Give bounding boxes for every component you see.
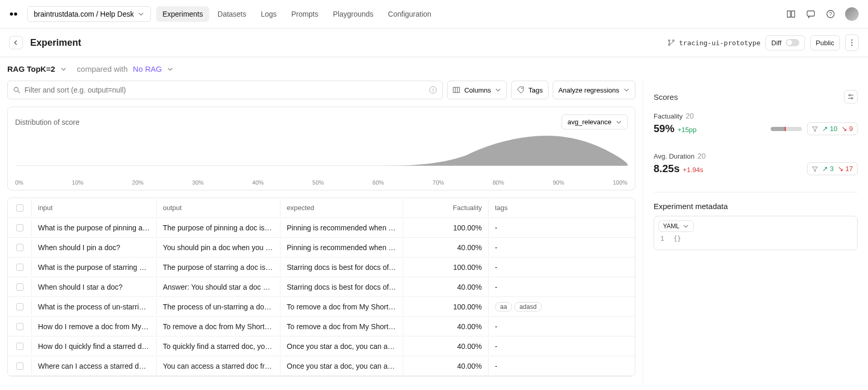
- col-input[interactable]: input: [32, 199, 157, 216]
- col-output[interactable]: output: [157, 199, 280, 216]
- cell-tags: -: [489, 318, 635, 335]
- cell-factuality: 100.00%: [403, 219, 489, 237]
- table-row[interactable]: How do I remove a doc from My …To remove…: [8, 317, 635, 336]
- cell-expected: Pinning is recommended when yo…: [280, 219, 403, 237]
- score-count: 20: [686, 112, 694, 120]
- search-input[interactable]: [24, 86, 425, 94]
- table-row[interactable]: Where can I access a starred doc?You can…: [8, 356, 635, 376]
- chevron-down-icon[interactable]: [60, 66, 67, 72]
- help-icon[interactable]: ?: [429, 86, 437, 94]
- axis-tick: 90%: [553, 179, 564, 186]
- search-icon: [13, 86, 20, 94]
- avatar[interactable]: [845, 7, 859, 21]
- cell-expected: Once you star a doc, you can acc…: [280, 357, 403, 375]
- row-checkbox[interactable]: [16, 264, 23, 271]
- cell-expected: Starring docs is best for docs of …: [280, 258, 403, 276]
- row-checkbox[interactable]: [16, 362, 23, 370]
- breadcrumb-dropdown[interactable]: braintrustdata.com / Help Desk: [27, 6, 151, 22]
- svg-point-17: [849, 95, 851, 96]
- tags-label: Tags: [528, 86, 542, 94]
- back-button[interactable]: [9, 36, 23, 49]
- svg-point-10: [851, 45, 852, 46]
- chevron-down-icon: [683, 223, 689, 229]
- row-checkbox[interactable]: [16, 244, 23, 251]
- baseline-name[interactable]: No RAG: [133, 64, 162, 73]
- breadcrumb-label: braintrustdata.com / Help Desk: [34, 10, 134, 18]
- improvements-count: ↗ 10: [822, 125, 837, 133]
- cell-expected: To remove a doc from My Shortc…: [280, 318, 403, 335]
- arrow-left-icon: [13, 40, 19, 46]
- score-filter-chip[interactable]: ↗ 3↘ 17: [807, 162, 858, 175]
- table-row[interactable]: What is the purpose of pinning a …The pu…: [8, 218, 635, 238]
- table-row[interactable]: When should I star a doc?Answer: You sho…: [8, 277, 635, 297]
- nav-tab-datasets[interactable]: Datasets: [211, 6, 252, 22]
- cell-factuality: 40.00%: [403, 318, 489, 335]
- nav-tab-playgrounds[interactable]: Playgrounds: [327, 6, 380, 22]
- score-sparkline: [771, 127, 802, 131]
- scores-settings-button[interactable]: [844, 90, 858, 103]
- score-count: 20: [698, 152, 706, 160]
- public-button[interactable]: Public: [810, 35, 840, 50]
- svg-rect-2: [807, 11, 814, 16]
- git-branch-icon: [668, 39, 675, 46]
- col-tags[interactable]: tags: [489, 199, 635, 216]
- score-value: 8.25s: [654, 163, 680, 174]
- cell-input: How do I remove a doc from My …: [32, 318, 157, 335]
- nav-tab-experiments[interactable]: Experiments: [156, 6, 209, 22]
- svg-point-9: [851, 42, 852, 43]
- tag-chip[interactable]: adasd: [514, 302, 542, 311]
- cell-input: What is the purpose of pinning a …: [32, 219, 157, 237]
- table-row[interactable]: When should I pin a doc?You should pin a…: [8, 238, 635, 257]
- row-checkbox[interactable]: [16, 224, 23, 231]
- axis-tick: 40%: [252, 179, 264, 186]
- row-checkbox[interactable]: [16, 323, 23, 330]
- cell-factuality: 40.00%: [403, 278, 489, 296]
- cell-tags: -: [489, 258, 635, 276]
- metadata-content: {}: [673, 235, 681, 242]
- chevron-down-icon[interactable]: [167, 66, 173, 72]
- score-label: Factuality: [654, 112, 683, 120]
- svg-point-15: [521, 88, 522, 89]
- row-checkbox[interactable]: [16, 303, 23, 310]
- tag-chip[interactable]: aa: [495, 302, 512, 311]
- axis-tick: 70%: [432, 179, 444, 186]
- diff-toggle[interactable]: Diff: [765, 35, 805, 50]
- axis-tick: 10%: [72, 179, 83, 186]
- svg-rect-14: [453, 87, 459, 93]
- svg-point-1: [14, 12, 17, 16]
- cell-factuality: 100.00%: [403, 258, 489, 276]
- table-row[interactable]: What is the process of un-starrin…The pr…: [8, 297, 635, 317]
- regressions-count: ↘ 9: [841, 125, 853, 133]
- score-block: Factuality2059%+15pp↗ 10↘ 9: [654, 112, 858, 142]
- chat-icon[interactable]: [806, 9, 816, 19]
- col-factuality[interactable]: Factuality: [403, 199, 489, 216]
- columns-button[interactable]: Columns: [447, 81, 507, 99]
- cell-tags: aaadasd: [489, 297, 635, 316]
- nav-tab-prompts[interactable]: Prompts: [285, 6, 325, 22]
- more-menu-button[interactable]: [845, 34, 859, 51]
- branch-label[interactable]: tracing-ui-prototype: [668, 39, 761, 47]
- help-icon[interactable]: ?: [825, 9, 836, 19]
- svg-point-0: [10, 12, 13, 16]
- select-all-checkbox[interactable]: [16, 204, 23, 212]
- axis-tick: 60%: [373, 179, 384, 186]
- row-checkbox[interactable]: [16, 343, 23, 350]
- nav-tab-logs[interactable]: Logs: [254, 6, 283, 22]
- metadata-title: Experiment metadata: [654, 202, 858, 211]
- table-row[interactable]: What is the purpose of starring a…The pu…: [8, 257, 635, 277]
- filter-icon: [812, 166, 818, 172]
- chevron-down-icon: [623, 87, 630, 93]
- cell-factuality: 40.00%: [403, 357, 489, 375]
- col-expected[interactable]: expected: [280, 199, 403, 216]
- row-checkbox[interactable]: [16, 283, 23, 291]
- nav-tab-configuration[interactable]: Configuration: [382, 6, 438, 22]
- distribution-metric-select[interactable]: avg_relevance: [561, 114, 628, 129]
- tags-button[interactable]: Tags: [511, 81, 548, 99]
- cell-expected: To remove a doc from My Shortc…: [280, 298, 403, 316]
- table-row[interactable]: How do I quickly find a starred d…To qui…: [8, 336, 635, 356]
- score-filter-chip[interactable]: ↗ 10↘ 9: [807, 122, 858, 135]
- analyze-regressions-button[interactable]: Analyze regressions: [553, 81, 635, 99]
- book-icon[interactable]: [786, 9, 796, 19]
- score-delta: +15pp: [678, 126, 697, 134]
- metadata-format-select[interactable]: YAML: [658, 220, 694, 232]
